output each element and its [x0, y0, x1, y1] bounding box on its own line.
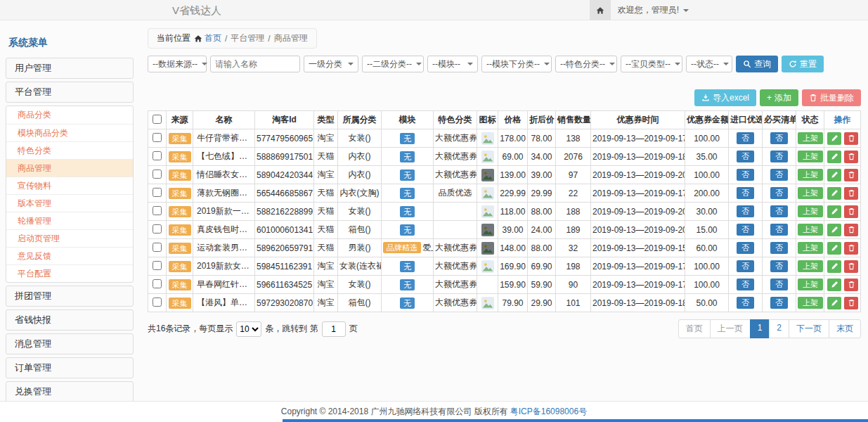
must-buy-toggle[interactable]: 否 — [770, 242, 788, 254]
sidebar-item-platform-config[interactable]: 平台配置 — [6, 264, 133, 282]
sidebar-item-express[interactable]: 省钱快报 — [6, 309, 134, 331]
sidebar-item-product-management[interactable]: 商品管理 — [6, 159, 133, 177]
sidebar-item-version[interactable]: 版本管理 — [6, 194, 133, 212]
page-size-select[interactable]: 10 — [236, 321, 261, 337]
imported-toggle[interactable]: 否 — [737, 224, 754, 236]
batch-delete-button[interactable]: 批量删除 — [802, 89, 861, 106]
edit-button[interactable] — [827, 132, 841, 145]
sidebar-item-module-product-category[interactable]: 模块商品分类 — [6, 124, 133, 141]
page-1-button[interactable]: 1 — [750, 319, 770, 338]
status-button[interactable]: 上架 — [798, 242, 823, 254]
status-button[interactable]: 上架 — [798, 224, 823, 236]
edit-button[interactable] — [827, 169, 841, 181]
delete-button[interactable] — [844, 297, 858, 309]
select-all-checkbox[interactable] — [153, 115, 162, 124]
status-button[interactable]: 上架 — [798, 187, 823, 199]
data-source-select[interactable]: --数据来源-- — [148, 56, 207, 72]
must-buy-toggle[interactable]: 否 — [770, 297, 788, 309]
delete-button[interactable] — [844, 260, 858, 273]
edit-button[interactable] — [827, 279, 841, 291]
sidebar-item-platform[interactable]: 平台管理 — [6, 82, 134, 103]
edit-button[interactable] — [827, 260, 841, 273]
module-sub-select[interactable]: --模块下分类-- — [481, 56, 552, 72]
delete-button[interactable] — [844, 205, 858, 218]
last-page-button[interactable]: 末页 — [829, 319, 861, 338]
sidebar-item-exchange[interactable]: 兑换管理 — [6, 381, 134, 402]
must-buy-toggle[interactable]: 否 — [770, 132, 788, 144]
row-checkbox[interactable] — [153, 133, 162, 142]
imported-toggle[interactable]: 否 — [737, 260, 754, 272]
row-checkbox[interactable] — [153, 243, 162, 252]
imported-toggle[interactable]: 否 — [737, 297, 754, 309]
status-button[interactable]: 上架 — [798, 169, 823, 181]
imported-toggle[interactable]: 否 — [737, 187, 754, 199]
sidebar-item-order[interactable]: 订单管理 — [6, 357, 134, 378]
goods-type-select[interactable]: --宝贝类型-- — [621, 56, 682, 72]
prev-page-button[interactable]: 上一页 — [710, 319, 751, 338]
delete-button[interactable] — [844, 169, 858, 181]
row-checkbox[interactable] — [153, 206, 162, 215]
row-checkbox[interactable] — [153, 279, 162, 288]
delete-button[interactable] — [844, 242, 858, 255]
name-search-input[interactable] — [210, 56, 300, 72]
must-buy-toggle[interactable]: 否 — [770, 151, 788, 162]
status-button[interactable]: 上架 — [798, 132, 823, 144]
edit-button[interactable] — [827, 205, 841, 218]
imported-toggle[interactable]: 否 — [737, 279, 754, 290]
search-button[interactable]: 查询 — [736, 56, 778, 72]
edit-button[interactable] — [827, 151, 841, 163]
delete-button[interactable] — [844, 132, 858, 145]
status-button[interactable]: 上架 — [798, 205, 823, 217]
edit-button[interactable] — [827, 187, 841, 200]
status-select[interactable]: --状态-- — [686, 56, 732, 72]
row-checkbox[interactable] — [153, 170, 162, 179]
sidebar-item-groupbuy[interactable]: 拼团管理 — [6, 286, 134, 307]
status-button[interactable]: 上架 — [798, 297, 823, 309]
must-buy-toggle[interactable]: 否 — [770, 260, 788, 272]
row-checkbox[interactable] — [153, 188, 162, 197]
must-buy-toggle[interactable]: 否 — [770, 224, 788, 236]
feature-category-select[interactable]: --特色分类-- — [555, 56, 617, 72]
sidebar-item-product-category[interactable]: 商品分类 — [6, 106, 133, 124]
breadcrumb-home-link[interactable]: 首页 — [194, 32, 221, 44]
category1-select[interactable]: 一级分类 — [304, 56, 358, 72]
module-select[interactable]: --模块-- — [427, 56, 478, 72]
status-button[interactable]: 上架 — [798, 151, 823, 162]
category2-select[interactable]: --二级分类-- — [362, 56, 424, 72]
icp-link[interactable]: 粤ICP备16098006号 — [510, 406, 587, 418]
imported-toggle[interactable]: 否 — [737, 205, 754, 217]
delete-button[interactable] — [844, 279, 858, 291]
must-buy-toggle[interactable]: 否 — [770, 279, 788, 290]
must-buy-toggle[interactable]: 否 — [770, 169, 788, 181]
user-menu[interactable]: 欢迎您，管理员! — [611, 4, 696, 16]
status-button[interactable]: 上架 — [798, 279, 823, 290]
imported-toggle[interactable]: 否 — [737, 151, 754, 162]
row-checkbox[interactable] — [153, 298, 162, 307]
edit-button[interactable] — [827, 297, 841, 309]
import-excel-button[interactable]: 导入excel — [694, 89, 756, 106]
sidebar-item-users[interactable]: 用户管理 — [6, 58, 134, 79]
row-checkbox[interactable] — [153, 261, 162, 270]
sidebar-item-promo-material[interactable]: 宣传物料 — [6, 177, 133, 194]
add-button[interactable]: +添加 — [760, 89, 798, 106]
sidebar-item-splash-page[interactable]: 启动页管理 — [6, 229, 133, 247]
delete-button[interactable] — [844, 187, 858, 200]
delete-button[interactable] — [844, 151, 858, 163]
edit-button[interactable] — [827, 224, 841, 236]
next-page-button[interactable]: 下一页 — [789, 319, 829, 338]
sidebar-item-feature-category[interactable]: 特色分类 — [6, 141, 133, 159]
sidebar-item-carousel[interactable]: 轮播管理 — [6, 212, 133, 229]
row-checkbox[interactable] — [153, 224, 162, 234]
must-buy-toggle[interactable]: 否 — [770, 187, 788, 199]
sidebar-item-message[interactable]: 消息管理 — [6, 333, 134, 354]
imported-toggle[interactable]: 否 — [737, 242, 754, 254]
must-buy-toggle[interactable]: 否 — [770, 205, 788, 217]
reset-button[interactable]: 重置 — [782, 56, 824, 72]
jump-page-input[interactable] — [322, 321, 346, 337]
imported-toggle[interactable]: 否 — [737, 132, 754, 144]
home-button[interactable] — [590, 0, 611, 20]
status-button[interactable]: 上架 — [798, 260, 823, 272]
first-page-button[interactable]: 首页 — [678, 319, 711, 338]
imported-toggle[interactable]: 否 — [737, 169, 754, 181]
row-checkbox[interactable] — [153, 151, 162, 160]
